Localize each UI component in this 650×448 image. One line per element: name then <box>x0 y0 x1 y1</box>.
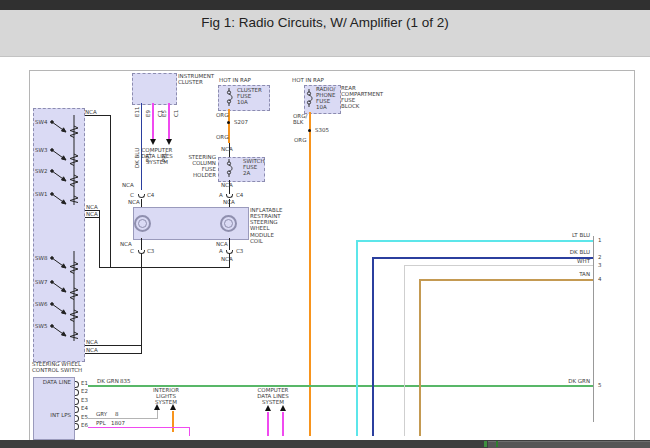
pin-label: E1 <box>81 380 88 386</box>
wire-label-nca: NCA <box>120 241 132 247</box>
wht-wire <box>404 265 593 266</box>
data-line-label: DATA LINE <box>36 379 71 385</box>
wire-label-nca: NCA <box>85 109 97 115</box>
wire-label-wht: WHT <box>558 258 590 264</box>
pin-label: E5 <box>161 110 167 117</box>
label-line: MODULE <box>250 232 274 238</box>
pin-letter: C <box>130 192 134 198</box>
ppl-wire <box>282 412 284 436</box>
label-line: STEERING WHEEL <box>32 361 81 367</box>
bottom-edge-segment <box>488 441 650 448</box>
wire-label-nca: NCA <box>86 204 98 210</box>
interior-lights-system-label: INTERIORLIGHTSSYSTEM <box>148 387 184 405</box>
coil-symbol-inner <box>224 219 233 228</box>
label-line: BLOCK <box>341 103 359 109</box>
label-line: PHONE <box>316 92 335 98</box>
wire-label-dk-grn: DK GRN <box>97 378 119 384</box>
label-line: 2A <box>243 170 250 176</box>
label-line: SWITCH <box>243 158 265 164</box>
label-line: WHEEL <box>250 225 270 231</box>
label-line: SYSTEM <box>155 399 177 405</box>
wire <box>141 199 142 207</box>
label-line: BLK <box>293 119 303 125</box>
label-line: DATA LINES <box>141 153 173 159</box>
cluster-fuse-label: CLUSTERFUSE10A <box>237 87 262 105</box>
wire <box>141 253 142 353</box>
switch-label: SW7 <box>35 279 47 285</box>
label-line: STEERING <box>188 154 216 160</box>
switch-group-1 <box>48 112 82 208</box>
label-line: CONTROL SWITCH <box>32 367 82 373</box>
hot-in-rap-label-2: HOT IN RAP <box>292 77 324 83</box>
wire <box>229 253 230 267</box>
label-line: RADIO/ <box>316 86 335 92</box>
wire <box>141 238 142 250</box>
right-connector-line <box>593 236 594 422</box>
wire <box>99 210 100 267</box>
lt-blu-wire <box>356 240 593 242</box>
circuit-number: 8 <box>115 411 119 417</box>
wire-label-org-blk: ORG/BLK <box>293 113 307 125</box>
label-line: STEERING <box>250 219 278 225</box>
splice-s207-label: S207 <box>234 119 248 125</box>
circuit-number: 1807 <box>111 420 125 426</box>
arrow-down-icon <box>166 139 172 145</box>
label-line: CLUSTER <box>237 87 262 93</box>
computer-data-lines-label-bottom: COMPUTERDATA LINESSYSTEM <box>252 387 294 405</box>
wire-label-nca: NCA <box>221 256 233 262</box>
wire-label-dk-grn: DK GRN <box>558 378 590 384</box>
label-line: COMPUTER <box>258 387 289 393</box>
fuse-icon <box>304 89 314 107</box>
steering-column-fuse-holder-label: STEERINGCOLUMNFUSEHOLDER <box>180 154 216 179</box>
wire-label-org: ORG <box>216 112 228 118</box>
wire-label-nca: NCA <box>221 182 233 188</box>
label-line: ORG/ <box>293 113 307 119</box>
coil-label: INFLATABLERESTRAINTSTEERINGWHEELMODULECO… <box>250 207 282 244</box>
switch-label: SW1 <box>35 191 47 197</box>
wire <box>99 267 230 268</box>
switch-label: SW6 <box>35 301 47 307</box>
switch-label: SW3 <box>35 147 47 153</box>
computer-data-lines-label-top: COMPUTERDATA LINESSYSTEM <box>134 147 180 165</box>
taskbar-tick <box>484 441 487 447</box>
wire <box>229 238 230 250</box>
wire-label-tan: TAN <box>558 271 590 277</box>
pin-number: 5 <box>598 382 602 388</box>
lt-blu-wire <box>356 240 358 436</box>
pin-label: E2 <box>81 388 88 394</box>
wire <box>229 199 230 207</box>
wire-label-nca: NCA <box>86 211 98 217</box>
ppl-wire-e6 <box>189 427 190 436</box>
connector-label-c4: C4 <box>147 192 154 198</box>
radio-connector-box <box>33 377 75 440</box>
wire-label-org: ORG <box>216 134 228 140</box>
wht-wire <box>404 265 405 436</box>
figure-title: Fig 1: Radio Circuits, W/ Amplifier (1 o… <box>0 15 650 30</box>
label-line: REAR <box>341 85 356 91</box>
pin-number: 3 <box>598 262 602 268</box>
pin-number: 1 <box>598 237 602 243</box>
pin-label: E4 <box>81 405 88 411</box>
splice-s207-dot <box>227 121 230 124</box>
label-line: INTERIOR <box>153 387 179 393</box>
instrument-cluster-box <box>132 73 177 105</box>
ppl-wire-e6 <box>88 427 190 428</box>
org-wire-interior <box>172 411 174 432</box>
label-line: FUSE <box>237 93 251 99</box>
splice-s305-label: S305 <box>315 127 329 133</box>
ppl-wire <box>267 412 269 436</box>
org-wire-main <box>309 112 311 436</box>
arrow-up-icon <box>265 405 271 411</box>
label-line: COMPUTER <box>142 147 173 153</box>
steering-wheel-control-switch-label: STEERING WHEELCONTROL SWITCH <box>32 361 82 373</box>
wire-label-nca: NCA <box>216 241 228 247</box>
instrument-cluster-label: INSTRUMENTCLUSTER <box>178 73 214 85</box>
label-line: 10A <box>237 99 248 105</box>
wire-label-ppl: PPL <box>96 420 106 426</box>
pin-letter: A <box>219 248 223 254</box>
connector-label-c3: C3 <box>147 248 154 254</box>
wire-label-nca: NCA <box>86 339 98 345</box>
switch-group-2 <box>48 248 82 344</box>
label-line: COLUMN <box>192 160 216 166</box>
gry-wire <box>88 418 158 419</box>
